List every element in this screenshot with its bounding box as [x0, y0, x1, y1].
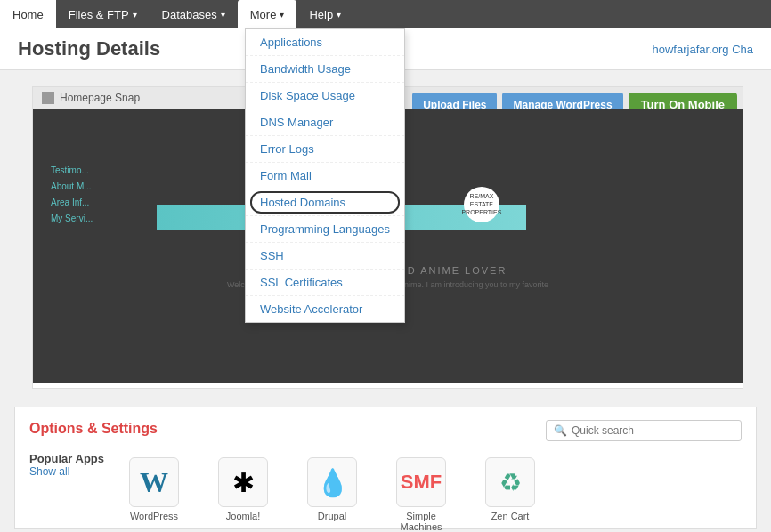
wordpress-label: WordPress: [130, 511, 178, 521]
drupal-icon: 💧: [316, 467, 349, 498]
more-dropdown-menu: Applications Bandwidth Usage Disk Space …: [245, 28, 405, 323]
joomla-label: Joomla!: [226, 511, 261, 521]
domain-link[interactable]: howfarjafar.org Cha: [653, 43, 753, 56]
zencart-icon: ♻: [499, 468, 522, 497]
menu-item-errorlogs[interactable]: Error Logs: [246, 136, 404, 163]
chevron-down-icon: ▾: [221, 10, 225, 20]
bottom-header: Options & Settings 🔍: [29, 420, 742, 441]
search-input[interactable]: [572, 424, 734, 437]
menu-item-applications[interactable]: Applications: [246, 29, 404, 56]
joomla-icon-box: ✱: [218, 457, 268, 507]
app-drupal[interactable]: 💧 Drupal: [296, 457, 368, 521]
nav-databases[interactable]: Databases ▾: [150, 0, 238, 28]
app-zencart[interactable]: ♻ Zen Cart: [475, 457, 546, 521]
nav-help[interactable]: Help ▾: [296, 0, 353, 28]
drupal-icon-box: 💧: [307, 457, 357, 507]
top-navigation: Home Files & FTP ▾ Databases ▾ More ▾ He…: [0, 0, 771, 28]
chevron-down-icon: ▾: [280, 10, 284, 20]
preview-link-3: Area Inf...: [51, 195, 93, 211]
preview-link-1: Testimo...: [51, 163, 93, 179]
nav-files[interactable]: Files & FTP ▾: [56, 0, 150, 28]
drupal-label: Drupal: [318, 511, 346, 521]
zencart-icon-box: ♻: [485, 457, 535, 507]
popular-apps-label-group: Popular Apps Show all: [29, 452, 104, 478]
joomla-icon: ✱: [232, 467, 255, 498]
search-box[interactable]: 🔍: [546, 420, 742, 441]
menu-item-ssh[interactable]: SSH: [246, 243, 404, 270]
menu-item-websiteaccelerator[interactable]: Website Accelerator: [246, 296, 404, 322]
show-all-link[interactable]: Show all: [29, 465, 104, 478]
menu-item-formmail[interactable]: Form Mail: [246, 163, 404, 189]
menu-item-dns[interactable]: DNS Manager: [246, 109, 404, 136]
menu-item-hosteddomains[interactable]: Hosted Domains: [246, 189, 404, 216]
options-settings-panel: Options & Settings 🔍 Popular Apps Show a…: [14, 407, 757, 529]
menu-item-bandwidth[interactable]: Bandwidth Usage: [246, 56, 404, 83]
smf-icon-box: SMF: [396, 457, 446, 507]
menu-item-programming[interactable]: Programming Languages: [246, 216, 404, 243]
preview-link-4: My Servi...: [51, 211, 93, 227]
preview-logo: RE/MAXESTATEPROPERTIES: [464, 187, 499, 222]
app-wordpress[interactable]: W WordPress: [118, 457, 190, 521]
wordpress-icon-box: W: [129, 457, 179, 507]
smf-label: Simple Machines: [386, 511, 457, 532]
search-icon: 🔍: [554, 424, 567, 437]
options-settings-title: Options & Settings: [29, 421, 158, 437]
chevron-down-icon: ▾: [133, 10, 137, 20]
nav-home[interactable]: Home: [0, 0, 56, 28]
app-simplemachines[interactable]: SMF Simple Machines: [386, 457, 457, 532]
page-title: Hosting Details: [18, 37, 160, 60]
wordpress-icon: W: [140, 466, 168, 499]
chevron-down-icon: ▾: [337, 10, 341, 20]
snapshot-icon: [42, 92, 54, 104]
snapshot-label: Homepage Snap: [60, 92, 140, 104]
popular-apps-heading: Popular Apps: [29, 452, 104, 465]
smf-icon: SMF: [401, 471, 442, 494]
zencart-label: Zen Cart: [491, 511, 530, 521]
app-joomla[interactable]: ✱ Joomla!: [207, 457, 279, 521]
menu-item-ssl[interactable]: SSL Certificates: [246, 270, 404, 296]
preview-link-2: About M...: [51, 179, 93, 195]
nav-more[interactable]: More ▾: [238, 0, 297, 28]
preview-sidebar: Testimo... About M... Area Inf... My Ser…: [51, 163, 93, 227]
menu-item-diskspace[interactable]: Disk Space Usage: [246, 83, 404, 109]
popular-apps-list: W WordPress ✱ Joomla! 💧 Drupal: [118, 457, 546, 532]
